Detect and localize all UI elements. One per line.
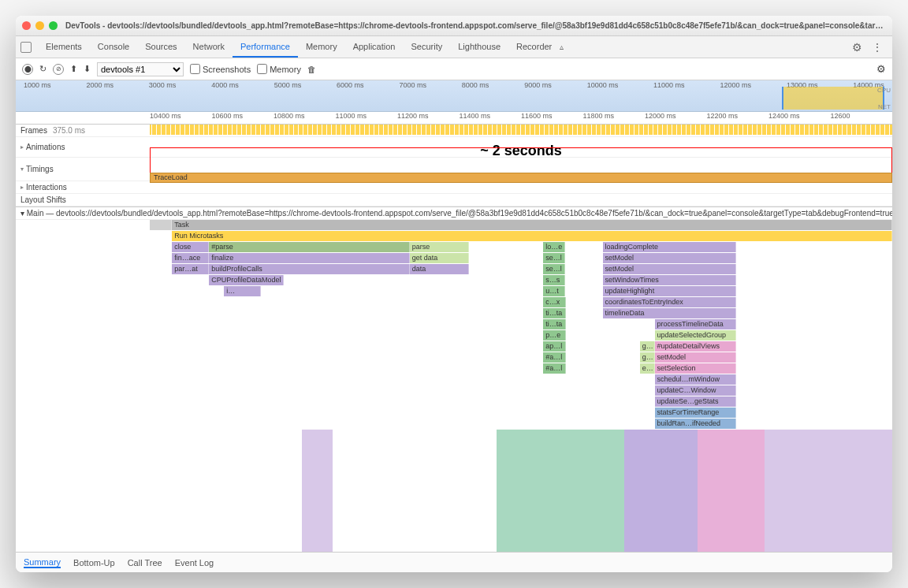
- flame-entry[interactable]: [150, 352, 543, 363]
- flame-entry[interactable]: statsForTimeRange: [655, 408, 737, 418]
- flame-entry[interactable]: loadingComplete: [603, 242, 737, 252]
- upload-icon[interactable]: ⬆: [70, 64, 77, 74]
- flame-entry[interactable]: CPUProfileDataModel: [209, 275, 283, 285]
- flame-entry[interactable]: [566, 330, 655, 341]
- flame-entry[interactable]: i…: [224, 286, 261, 296]
- timings-track-label[interactable]: ▾Timings: [16, 164, 150, 174]
- tab-console[interactable]: Console: [90, 37, 137, 58]
- timeline-overview[interactable]: 1000 ms2000 ms3000 ms4000 ms5000 ms6000 …: [16, 80, 892, 112]
- trash-icon[interactable]: 🗑: [307, 65, 316, 74]
- flame-entry[interactable]: updateC…Window: [655, 385, 737, 396]
- flame-entry[interactable]: par…at: [172, 264, 209, 274]
- flame-entry[interactable]: [736, 297, 892, 307]
- flame-entry[interactable]: [150, 286, 224, 296]
- flame-entry[interactable]: [150, 253, 172, 263]
- flame-entry[interactable]: [736, 319, 892, 329]
- flame-entry[interactable]: p…e: [543, 330, 565, 341]
- flame-entry[interactable]: [469, 275, 543, 285]
- minimize-window-icon[interactable]: [35, 21, 44, 30]
- flame-entry[interactable]: [566, 319, 655, 329]
- frames-track[interactable]: [150, 125, 892, 135]
- bottom-tab-summary[interactable]: Summary: [24, 557, 61, 568]
- flame-entry[interactable]: data: [410, 264, 469, 274]
- inspect-icon[interactable]: [20, 42, 32, 53]
- settings-icon[interactable]: ⚙: [847, 38, 867, 57]
- flame-entry[interactable]: #parse: [209, 242, 409, 252]
- screenshots-checkbox[interactable]: Screenshots: [190, 64, 251, 74]
- flame-entry[interactable]: [469, 253, 543, 263]
- tab-lighthouse[interactable]: Lighthouse: [450, 37, 508, 58]
- flame-entry[interactable]: [736, 363, 892, 374]
- flame-entry[interactable]: setSelection: [655, 363, 737, 374]
- flame-entry[interactable]: close: [172, 242, 209, 252]
- tab-performance[interactable]: Performance: [233, 37, 298, 58]
- flame-entry[interactable]: [469, 242, 543, 252]
- tab-sources[interactable]: Sources: [137, 37, 184, 58]
- main-thread-label[interactable]: ▾ Main — devtools://devtools/bundled/dev…: [16, 207, 892, 220]
- flame-entry[interactable]: setModel: [655, 352, 737, 363]
- flame-entry[interactable]: [150, 385, 655, 396]
- flame-entry[interactable]: [736, 242, 892, 252]
- flame-entry[interactable]: [150, 231, 172, 241]
- animations-track-label[interactable]: ▸Animations: [16, 142, 150, 152]
- flame-entry[interactable]: [736, 275, 892, 285]
- tab-application[interactable]: Application: [345, 37, 404, 58]
- flame-entry[interactable]: [150, 341, 543, 352]
- flame-entry[interactable]: coordinatesToEntryIndex: [603, 297, 737, 307]
- flame-entry[interactable]: timelineData: [603, 308, 737, 318]
- flame-entry[interactable]: [736, 385, 892, 396]
- flame-entry[interactable]: setModel: [603, 264, 737, 274]
- flame-entry[interactable]: [150, 363, 543, 374]
- layout-shifts-track-label[interactable]: Layout Shifts: [16, 195, 150, 205]
- clear-icon[interactable]: ⊘: [53, 64, 64, 75]
- flame-entry[interactable]: [736, 408, 892, 418]
- flame-entry[interactable]: #a…l: [543, 363, 565, 374]
- flame-entry[interactable]: [736, 330, 892, 341]
- flame-entry[interactable]: [565, 275, 602, 285]
- flame-entry[interactable]: [566, 308, 603, 318]
- flame-entry[interactable]: [736, 419, 892, 429]
- flame-entry[interactable]: [565, 264, 602, 274]
- flame-entry[interactable]: [150, 319, 543, 329]
- record-icon[interactable]: ⬤: [22, 64, 33, 75]
- flame-entry[interactable]: [150, 308, 543, 318]
- flame-entry[interactable]: [150, 220, 172, 230]
- flame-entry[interactable]: [565, 286, 602, 296]
- download-icon[interactable]: ⬇: [84, 64, 91, 74]
- flame-entry[interactable]: [469, 264, 543, 274]
- bottom-tab-call-tree[interactable]: Call Tree: [128, 558, 162, 568]
- flame-entry[interactable]: fin…ace: [172, 253, 209, 263]
- flame-entry[interactable]: #updateDetailViews: [655, 341, 737, 352]
- flame-entry[interactable]: [736, 374, 892, 385]
- flame-entry[interactable]: [566, 341, 640, 352]
- flame-entry[interactable]: [150, 396, 655, 407]
- flame-entry[interactable]: [261, 286, 543, 296]
- flame-entry[interactable]: [284, 275, 410, 285]
- flame-entry[interactable]: finalize: [209, 253, 409, 263]
- flame-entry[interactable]: se…l: [543, 264, 565, 274]
- flame-entry[interactable]: g…: [640, 352, 655, 363]
- flame-entry[interactable]: Run Microtasks: [172, 231, 892, 241]
- flame-entry[interactable]: [150, 264, 172, 274]
- flame-entry[interactable]: #a…l: [543, 352, 565, 363]
- flame-entry[interactable]: setModel: [603, 253, 737, 263]
- flame-entry[interactable]: updateSelectedGroup: [655, 330, 737, 341]
- flame-entry[interactable]: u…t: [543, 286, 565, 296]
- flame-entry[interactable]: [736, 286, 892, 296]
- flame-entry[interactable]: [150, 275, 209, 285]
- bottom-tab-event-log[interactable]: Event Log: [175, 558, 214, 568]
- profile-select[interactable]: devtools #1: [97, 62, 184, 76]
- flame-entry[interactable]: processTimelineData: [655, 319, 737, 329]
- flame-entry[interactable]: [566, 363, 640, 374]
- flame-entry[interactable]: ap…l: [543, 341, 565, 352]
- flame-entry[interactable]: g…: [640, 341, 655, 352]
- flame-entry[interactable]: schedul…mWindow: [655, 374, 737, 385]
- tab-elements[interactable]: Elements: [38, 37, 90, 58]
- flame-entry[interactable]: lo…e: [543, 242, 565, 252]
- flame-entry[interactable]: [736, 352, 892, 363]
- bottom-tab-bottom-up[interactable]: Bottom-Up: [73, 558, 115, 568]
- flame-entry[interactable]: [150, 374, 655, 385]
- flame-entry[interactable]: [150, 330, 543, 341]
- tab-network[interactable]: Network: [185, 37, 233, 58]
- flame-entry[interactable]: [565, 253, 602, 263]
